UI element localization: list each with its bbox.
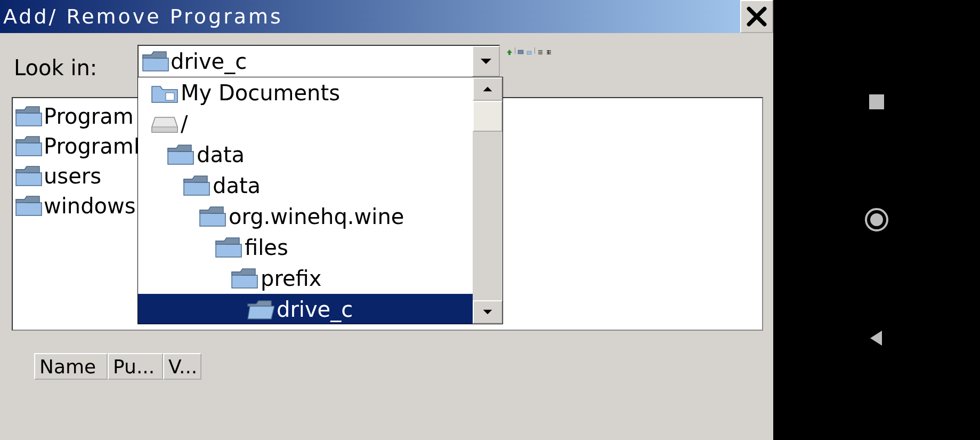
scroll-up-button[interactable] <box>473 77 503 101</box>
list-item-label: users <box>44 164 101 188</box>
window-title: Add/ Remove Programs <box>3 5 740 28</box>
titlebar: Add/ Remove Programs <box>0 0 773 33</box>
lookin-dropdown-list[interactable]: My Documents/datadataorg.winehq.winefile… <box>137 77 503 324</box>
recents-button[interactable] <box>862 87 892 117</box>
svg-rect-9 <box>166 93 174 100</box>
list-item-label: windows <box>44 194 136 218</box>
up-icon[interactable] <box>506 47 513 54</box>
home-button[interactable] <box>862 205 892 235</box>
column-header-version[interactable]: V... <box>163 353 201 380</box>
scroll-thumb[interactable] <box>473 101 503 132</box>
folder-icon <box>142 51 169 72</box>
close-icon <box>746 5 768 28</box>
scroll-track[interactable] <box>473 101 503 300</box>
close-button[interactable] <box>740 0 773 33</box>
svg-rect-11 <box>869 94 884 109</box>
dropdown-item[interactable]: data <box>138 170 473 201</box>
column-headers: Name Pu... V... <box>34 353 201 380</box>
folder-icon <box>183 175 210 196</box>
dropdown-item[interactable]: / <box>138 108 473 139</box>
dropdown-item[interactable]: My Documents <box>138 77 473 108</box>
lookin-current-value: drive_c <box>171 49 247 74</box>
lookin-combo[interactable]: drive_c <box>137 45 500 78</box>
chevron-down-icon <box>482 309 493 315</box>
dropdown-item-label: org.winehq.wine <box>229 204 404 229</box>
svg-rect-10 <box>152 127 177 132</box>
circle-icon <box>864 207 889 233</box>
square-icon <box>867 92 886 111</box>
dropdown-item-label: My Documents <box>181 81 340 105</box>
dropdown-item[interactable]: prefix <box>138 263 473 294</box>
chevron-up-icon <box>482 86 493 92</box>
dropdown-item-label: / <box>181 111 188 136</box>
dropdown-item-label: prefix <box>261 266 321 291</box>
folder-icon <box>199 206 226 227</box>
column-header-name[interactable]: Name <box>34 353 108 380</box>
dropdown-scrollbar[interactable] <box>473 77 503 324</box>
dropdown-item-label: files <box>245 235 288 260</box>
folder-icon <box>167 144 195 165</box>
android-nav-bar <box>773 0 980 440</box>
dropdown-item-label: drive_c <box>277 297 353 322</box>
column-header-publisher[interactable]: Pu... <box>108 353 163 380</box>
chevron-down-icon <box>480 58 492 65</box>
dropdown-item[interactable]: files <box>138 232 473 263</box>
file-dialog-toolbar <box>506 47 560 54</box>
dropdown-item[interactable]: org.winehq.wine <box>138 201 473 232</box>
folder-icon <box>215 237 242 258</box>
desktop-icon[interactable] <box>517 47 524 54</box>
folder-icon <box>231 268 258 289</box>
folder-icon <box>15 165 43 187</box>
drive-icon <box>151 113 179 134</box>
lookin-label: Look in: <box>14 55 97 80</box>
folder-open-icon <box>247 299 274 320</box>
folder-icon <box>15 135 43 157</box>
folder-icon <box>15 195 43 217</box>
dropdown-item-label: data <box>197 142 245 167</box>
details-icon[interactable] <box>546 47 552 54</box>
list-icon[interactable] <box>537 47 544 54</box>
newfolder-icon[interactable] <box>526 47 532 54</box>
scroll-down-button[interactable] <box>473 300 503 324</box>
svg-point-13 <box>870 213 883 226</box>
dropdown-item-label: data <box>213 173 261 198</box>
triangle-left-icon <box>867 329 886 348</box>
svg-rect-1 <box>527 51 531 54</box>
lookin-dropdown-button[interactable] <box>472 46 500 77</box>
dropdown-item[interactable]: data <box>138 139 473 170</box>
svg-rect-0 <box>518 50 523 54</box>
documents-folder-icon <box>151 82 179 103</box>
folder-icon <box>15 106 43 127</box>
dropdown-item[interactable]: drive_c <box>138 294 473 324</box>
back-button[interactable] <box>862 323 892 353</box>
